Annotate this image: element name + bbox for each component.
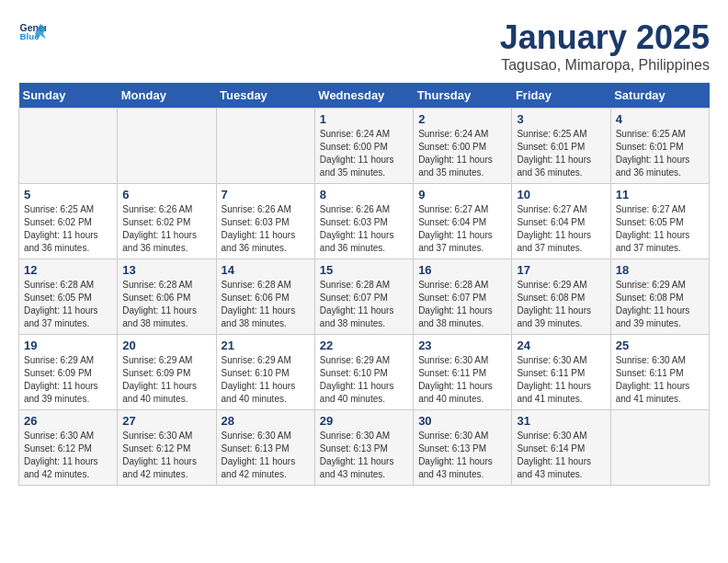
day-number: 23 — [418, 339, 506, 352]
calendar-cell: 25Sunrise: 6:30 AM Sunset: 6:11 PM Dayli… — [610, 335, 709, 410]
day-number: 19 — [24, 339, 112, 352]
calendar-cell: 10Sunrise: 6:27 AM Sunset: 6:04 PM Dayli… — [512, 184, 610, 259]
day-number: 24 — [517, 339, 605, 352]
month-title: January 2025 — [500, 18, 710, 57]
day-number: 2 — [418, 112, 506, 126]
day-number: 1 — [320, 112, 408, 126]
day-number: 31 — [517, 414, 605, 428]
calendar-cell: 9Sunrise: 6:27 AM Sunset: 6:04 PM Daylig… — [414, 184, 512, 259]
day-info: Sunrise: 6:30 AM Sunset: 6:12 PM Dayligh… — [122, 430, 210, 481]
day-info: Sunrise: 6:26 AM Sunset: 6:03 PM Dayligh… — [320, 203, 408, 255]
calendar-cell — [19, 109, 118, 184]
calendar-week-5: 26Sunrise: 6:30 AM Sunset: 6:12 PM Dayli… — [19, 410, 710, 486]
day-info: Sunrise: 6:24 AM Sunset: 6:00 PM Dayligh… — [320, 128, 408, 179]
calendar-cell: 13Sunrise: 6:28 AM Sunset: 6:06 PM Dayli… — [118, 259, 216, 335]
calendar-cell: 22Sunrise: 6:29 AM Sunset: 6:10 PM Dayli… — [314, 335, 413, 410]
day-info: Sunrise: 6:29 AM Sunset: 6:08 PM Dayligh… — [616, 279, 704, 330]
calendar-week-1: 1Sunrise: 6:24 AM Sunset: 6:00 PM Daylig… — [19, 109, 710, 184]
day-number: 21 — [222, 339, 310, 352]
day-info: Sunrise: 6:30 AM Sunset: 6:13 PM Dayligh… — [418, 430, 506, 481]
calendar-cell: 21Sunrise: 6:29 AM Sunset: 6:10 PM Dayli… — [216, 335, 314, 410]
day-number: 9 — [418, 188, 506, 201]
calendar-cell: 26Sunrise: 6:30 AM Sunset: 6:12 PM Dayli… — [19, 410, 118, 486]
day-info: Sunrise: 6:30 AM Sunset: 6:13 PM Dayligh… — [320, 430, 408, 481]
calendar-cell: 31Sunrise: 6:30 AM Sunset: 6:14 PM Dayli… — [512, 410, 610, 486]
calendar-week-3: 12Sunrise: 6:28 AM Sunset: 6:05 PM Dayli… — [19, 259, 710, 335]
calendar-cell: 3Sunrise: 6:25 AM Sunset: 6:01 PM Daylig… — [512, 109, 610, 184]
day-info: Sunrise: 6:28 AM Sunset: 6:05 PM Dayligh… — [24, 279, 112, 330]
day-info: Sunrise: 6:30 AM Sunset: 6:13 PM Dayligh… — [222, 430, 310, 481]
day-number: 14 — [222, 263, 310, 277]
day-number: 17 — [517, 263, 605, 277]
calendar-cell: 18Sunrise: 6:29 AM Sunset: 6:08 PM Dayli… — [610, 259, 709, 335]
day-info: Sunrise: 6:29 AM Sunset: 6:09 PM Dayligh… — [122, 354, 210, 406]
day-number: 30 — [418, 414, 506, 428]
calendar-cell: 11Sunrise: 6:27 AM Sunset: 6:05 PM Dayli… — [610, 184, 709, 259]
day-number: 25 — [616, 339, 704, 352]
calendar-cell: 5Sunrise: 6:25 AM Sunset: 6:02 PM Daylig… — [19, 184, 118, 259]
calendar-cell: 15Sunrise: 6:28 AM Sunset: 6:07 PM Dayli… — [314, 259, 413, 335]
day-info: Sunrise: 6:30 AM Sunset: 6:11 PM Dayligh… — [517, 354, 605, 406]
calendar-cell: 23Sunrise: 6:30 AM Sunset: 6:11 PM Dayli… — [414, 335, 512, 410]
weekday-header-thursday: Thursday — [414, 83, 512, 109]
day-number: 28 — [222, 414, 310, 428]
calendar-cell: 1Sunrise: 6:24 AM Sunset: 6:00 PM Daylig… — [314, 109, 413, 184]
day-number: 7 — [222, 188, 310, 201]
day-info: Sunrise: 6:30 AM Sunset: 6:14 PM Dayligh… — [517, 430, 605, 481]
day-info: Sunrise: 6:28 AM Sunset: 6:07 PM Dayligh… — [418, 279, 506, 330]
calendar-week-2: 5Sunrise: 6:25 AM Sunset: 6:02 PM Daylig… — [19, 184, 710, 259]
day-info: Sunrise: 6:29 AM Sunset: 6:10 PM Dayligh… — [320, 354, 408, 406]
calendar-cell — [610, 410, 709, 486]
calendar-cell: 29Sunrise: 6:30 AM Sunset: 6:13 PM Dayli… — [314, 410, 413, 486]
page-header: General Blue January 2025 Tagusao, Mimar… — [18, 18, 710, 74]
weekday-header-sunday: Sunday — [19, 83, 118, 109]
day-info: Sunrise: 6:26 AM Sunset: 6:02 PM Dayligh… — [122, 203, 210, 255]
logo: General Blue — [18, 18, 50, 46]
day-number: 15 — [320, 263, 408, 277]
day-info: Sunrise: 6:27 AM Sunset: 6:04 PM Dayligh… — [418, 203, 506, 255]
day-number: 20 — [122, 339, 210, 352]
calendar-cell: 14Sunrise: 6:28 AM Sunset: 6:06 PM Dayli… — [216, 259, 314, 335]
day-info: Sunrise: 6:27 AM Sunset: 6:05 PM Dayligh… — [616, 203, 704, 255]
calendar-cell: 4Sunrise: 6:25 AM Sunset: 6:01 PM Daylig… — [610, 109, 709, 184]
day-number: 6 — [122, 188, 210, 201]
weekday-header-friday: Friday — [512, 83, 610, 109]
day-info: Sunrise: 6:30 AM Sunset: 6:11 PM Dayligh… — [418, 354, 506, 406]
day-number: 26 — [24, 414, 112, 428]
weekday-header-tuesday: Tuesday — [216, 83, 314, 109]
calendar-cell: 8Sunrise: 6:26 AM Sunset: 6:03 PM Daylig… — [314, 184, 413, 259]
day-number: 10 — [517, 188, 605, 201]
day-number: 3 — [517, 112, 605, 126]
day-info: Sunrise: 6:30 AM Sunset: 6:11 PM Dayligh… — [616, 354, 704, 406]
day-number: 12 — [24, 263, 112, 277]
calendar-cell: 16Sunrise: 6:28 AM Sunset: 6:07 PM Dayli… — [414, 259, 512, 335]
day-info: Sunrise: 6:24 AM Sunset: 6:00 PM Dayligh… — [418, 128, 506, 179]
day-info: Sunrise: 6:29 AM Sunset: 6:10 PM Dayligh… — [222, 354, 310, 406]
calendar-cell: 20Sunrise: 6:29 AM Sunset: 6:09 PM Dayli… — [118, 335, 216, 410]
day-number: 5 — [24, 188, 112, 201]
weekday-header-wednesday: Wednesday — [314, 83, 413, 109]
calendar-cell: 30Sunrise: 6:30 AM Sunset: 6:13 PM Dayli… — [414, 410, 512, 486]
calendar-cell — [216, 109, 314, 184]
day-info: Sunrise: 6:28 AM Sunset: 6:06 PM Dayligh… — [222, 279, 310, 330]
day-info: Sunrise: 6:30 AM Sunset: 6:12 PM Dayligh… — [24, 430, 112, 481]
day-number: 29 — [320, 414, 408, 428]
calendar-cell: 27Sunrise: 6:30 AM Sunset: 6:12 PM Dayli… — [118, 410, 216, 486]
weekday-header-monday: Monday — [118, 83, 216, 109]
day-number: 11 — [616, 188, 704, 201]
calendar-cell: 6Sunrise: 6:26 AM Sunset: 6:02 PM Daylig… — [118, 184, 216, 259]
day-info: Sunrise: 6:29 AM Sunset: 6:09 PM Dayligh… — [24, 354, 112, 406]
weekday-header-saturday: Saturday — [610, 83, 709, 109]
calendar-table: SundayMondayTuesdayWednesdayThursdayFrid… — [18, 83, 710, 486]
day-number: 18 — [616, 263, 704, 277]
day-info: Sunrise: 6:25 AM Sunset: 6:01 PM Dayligh… — [616, 128, 704, 179]
day-number: 27 — [122, 414, 210, 428]
day-number: 16 — [418, 263, 506, 277]
day-info: Sunrise: 6:28 AM Sunset: 6:07 PM Dayligh… — [320, 279, 408, 330]
calendar-cell: 28Sunrise: 6:30 AM Sunset: 6:13 PM Dayli… — [216, 410, 314, 486]
day-number: 13 — [122, 263, 210, 277]
day-number: 22 — [320, 339, 408, 352]
calendar-cell: 12Sunrise: 6:28 AM Sunset: 6:05 PM Dayli… — [19, 259, 118, 335]
calendar-cell: 19Sunrise: 6:29 AM Sunset: 6:09 PM Dayli… — [19, 335, 118, 410]
calendar-cell — [118, 109, 216, 184]
